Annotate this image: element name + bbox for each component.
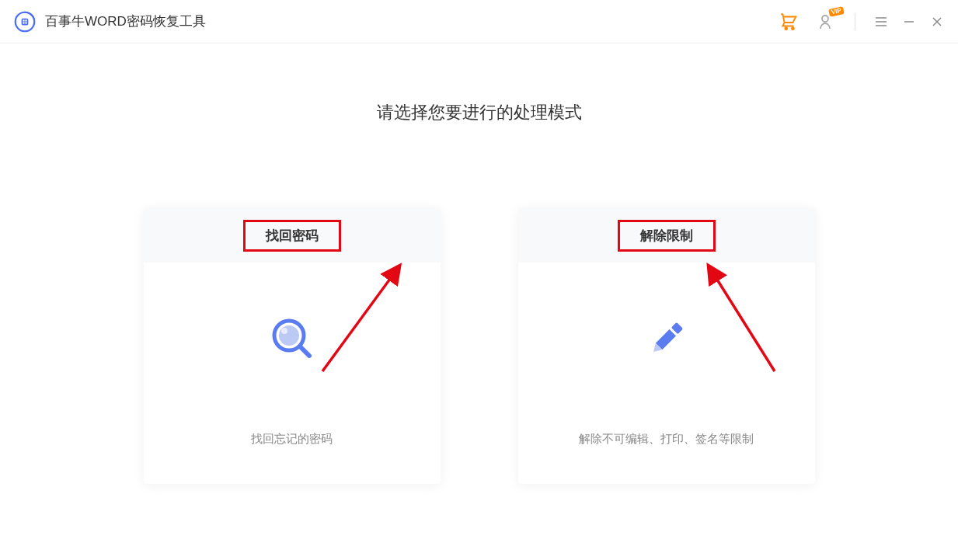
card-header: 找回密码 (144, 208, 441, 263)
close-icon[interactable] (930, 15, 944, 29)
divider (855, 13, 855, 30)
svg-line-16 (322, 267, 399, 371)
annotation-arrow-icon (299, 256, 423, 381)
main-content: 请选择您要进行的处理模式 找回密码 (0, 43, 958, 484)
svg-rect-4 (23, 22, 24, 23)
card-title-highlight-box: 解除限制 (618, 220, 716, 252)
title-left-group: 百事牛WORD密码恢复工具 (14, 11, 206, 33)
menu-icon[interactable] (874, 15, 888, 29)
minimize-icon[interactable] (902, 15, 916, 29)
app-logo-icon (14, 11, 36, 33)
svg-rect-2 (23, 19, 24, 21)
user-vip-icon[interactable]: VIP (817, 12, 836, 31)
card-header: 解除限制 (518, 208, 815, 263)
card-title: 解除限制 (640, 228, 693, 243)
app-title: 百事牛WORD密码恢复工具 (45, 12, 206, 30)
svg-line-22 (709, 267, 775, 371)
magnifier-icon (269, 315, 315, 362)
card-description: 解除不可编辑、打印、签名等限制 (579, 432, 754, 484)
mode-card-recover-password[interactable]: 找回密码 找回忘记的密码 (144, 208, 441, 484)
pencil-edit-icon (643, 315, 690, 362)
svg-point-7 (792, 27, 794, 30)
title-bar: 百事牛WORD密码恢复工具 VIP (0, 0, 958, 43)
svg-point-18 (279, 325, 299, 346)
vip-badge: VIP (828, 6, 845, 17)
window-controls (874, 15, 944, 29)
cart-icon[interactable] (779, 12, 799, 32)
card-title: 找回密码 (266, 228, 319, 243)
svg-line-20 (300, 346, 309, 356)
svg-rect-1 (22, 18, 29, 25)
card-icon-area (269, 263, 315, 432)
card-title-highlight-box: 找回密码 (243, 220, 341, 252)
svg-point-8 (822, 16, 828, 22)
svg-rect-3 (25, 19, 26, 21)
main-heading: 请选择您要进行的处理模式 (377, 101, 582, 124)
card-icon-area (643, 263, 690, 432)
svg-point-6 (785, 27, 787, 30)
cards-container: 找回密码 找回忘记的密码 (144, 208, 815, 484)
svg-point-19 (281, 328, 287, 334)
svg-rect-5 (25, 22, 26, 23)
card-description: 找回忘记的密码 (251, 432, 333, 484)
title-right-group: VIP (779, 12, 944, 32)
mode-card-remove-restriction[interactable]: 解除限制 (518, 208, 815, 484)
annotation-arrow-icon (697, 256, 821, 381)
